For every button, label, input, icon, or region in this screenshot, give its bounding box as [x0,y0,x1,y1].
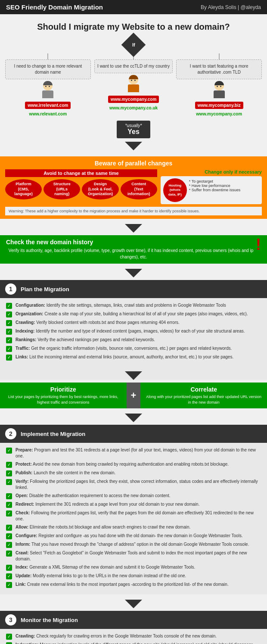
hosting-box: Hosting(whoisdata, IP) * To geotarget * … [161,176,262,204]
warning-title: Beware of parallel changes [5,160,262,167]
decision-tree: If I need to change to a more relevant d… [0,36,267,156]
plan-item-2: ✓ Organization: Create a site map of you… [6,311,261,317]
reason-left: I need to change to a more relevant doma… [5,53,91,117]
section2-checklist: ✓ Prepare: Program and test the 301 redi… [0,443,267,594]
domain-old-1: www.irrelevant.com [25,102,71,109]
arrow-down-2 [125,224,142,233]
impl-item-3: ✓ Publish: Launch the site content in th… [6,470,261,476]
section2-number: 2 [5,428,16,439]
hosting-badge: Hosting(whoisdata, IP) [163,178,187,202]
arrow-down-3 [125,269,142,277]
plan-item-5: ✓ Rankings: Verify the achieved rankings… [6,337,261,343]
domain-new-3: www.mycompany.com [196,112,242,116]
change-only-column: Change only if necessary Hosting(whoisda… [161,169,262,204]
impl-item-11: ✓ Crawl: Select "Fetch as Googlebot" in … [6,550,261,562]
arrow-down-4 [125,371,142,380]
prioritize-box: Prioritize List your pages by prioritizi… [0,383,127,408]
plan-item-6: ✓ Traffic: Get the organic traffic infor… [6,345,261,352]
arrow-down-5 [125,414,142,422]
impl-item-12: ✓ Index: Generate a XML Sitemap of the n… [6,564,261,571]
domain-new-2: www.mycompany.co.uk [109,106,158,110]
reason-box-1: I need to change to a more relevant doma… [5,59,91,79]
plan-item-4: ✓ Indexing: Identify the number and type… [6,328,261,335]
usually-yes-box: *usually* Yes [117,121,151,138]
page-title: SEO Friendly Domain Migration [6,3,103,11]
plus-sign: + [127,383,141,408]
hero-section: Should I migrate my Website to a new dom… [0,14,267,32]
domain-old-2: www.mycompany.com [108,96,159,103]
monitor-item-2: ✓ Indexation: Measure indexation levels … [6,642,261,644]
change-only-title: Change only if necessary [161,169,262,174]
prioritize-subtitle: List your pages by prioritizing them by … [5,394,121,405]
connector-v-left [47,53,48,59]
prioritize-title: Prioritize [5,386,121,393]
section1-header: 1 Plan the Migration [0,280,267,298]
domain-old-3: www.mycompany.biz [195,102,243,109]
plan-item-1: ✓ Configuration: Identify the site setti… [6,302,261,309]
reason-center: I want to use the ccTLD of my country ww… [91,53,177,111]
plan-item-3: ✓ Crawling: Verify blocked content with … [6,320,261,326]
avoid-items: Platform(CMS,language) Structure(URLsnam… [5,179,157,199]
if-label: If [132,42,135,47]
avoid-title: Avoid to change at the same time [5,169,157,177]
impl-item-9: ✓ Configure: Register and configure -as … [6,533,261,539]
arrow-down-6 [125,600,142,608]
character-3 [214,81,225,98]
domain-history-desc: Verify its authority, age, backlink prof… [6,247,261,260]
character-2 [128,75,139,92]
section1-title: Plan the Migration [21,286,69,292]
domain-new-1: www.relevant.com [29,112,67,116]
impl-item-10: ✓ Inform: That you have moved through th… [6,541,261,548]
domain-history-title: Check the new domain history [6,239,261,246]
monitor-item-1: ✓ Crawling: Check regularly for crawling… [6,633,261,640]
impl-item-2: ✓ Protect: Avoid the new domain from bei… [6,461,261,468]
usually-yes-section: *usually* Yes [3,121,264,138]
correlate-subtitle: Along with your prioritized pages list a… [146,394,262,405]
reason-box-2: I want to use the ccTLD of my country [94,59,173,73]
section2-header: 2 Implement the Migration [0,425,267,443]
avoid-item-2: Structure(URLsnaming) [43,179,80,199]
usually-label: *usually* [125,123,142,128]
character-1 [42,81,53,98]
section3-header: 3 Monitor the Migration [0,611,267,629]
hero-question: Should I migrate my Website to a new dom… [4,22,263,32]
section3-number: 3 [5,614,16,625]
avoid-column: Avoid to change at the same time Platfor… [5,169,157,204]
correlate-title: Correlate [146,386,262,393]
impl-item-1: ✓ Prepare: Program and test the 301 redi… [6,447,261,459]
yes-label: Yes [125,128,142,136]
section1-number: 1 [5,283,16,295]
header-author: By Aleyda Solis | @aleyda [201,4,261,10]
page-header: SEO Friendly Domain Migration By Aleyda … [0,0,267,14]
reasons-container: I need to change to a more relevant doma… [3,53,264,117]
exclamation-icon: ! [256,237,261,252]
warning-columns: Avoid to change at the same time Platfor… [5,169,262,204]
avoid-item-1: Platform(CMS,language) [5,179,42,199]
impl-item-14: ✓ Link: Create new external links to the… [6,582,261,588]
section3-checklist: ✓ Crawling: Check regularly for crawling… [0,629,267,644]
section2-title: Implement the Migration [21,431,85,437]
reason-right: I want to start featuring a more authori… [176,53,262,117]
domain-history-section: ! Check the new domain history Verify it… [0,235,267,264]
main-content: Should I migrate my Website to a new dom… [0,14,267,644]
impl-item-7: ✓ Check: Following the prioritized pages… [6,510,261,522]
correlate-box: Correlate Along with your prioritized pa… [140,383,267,408]
section1-checklist: ✓ Configuration: Identify the site setti… [0,298,267,367]
prio-correlate-bar: Prioritize List your pages by prioritizi… [0,383,267,408]
avoid-item-4: Content(Textinformation) [121,179,157,199]
warning-section: Beware of parallel changes Avoid to chan… [0,156,267,219]
if-diamond-container: If [3,36,264,53]
impl-item-4: ✓ Verify: Following the prioritized page… [6,479,261,491]
reason-box-3: I want to start featuring a more authori… [176,59,262,79]
impl-item-6: ✓ Redirect: Implement the 301 redirects … [6,501,261,508]
impl-item-13: ✓ Update: Modify external links to go to… [6,573,261,579]
impl-item-5: ✓ Open: Disable the authentication requi… [6,493,261,499]
avoid-item-3: Design(Look & Feel,Organization) [82,179,118,199]
warning-note: Warning: These add a higher complexity t… [5,207,262,215]
section3-title: Monitor the Migration [21,617,78,623]
impl-item-8: ✓ Allow: Eliminate the robots.txt blocka… [6,524,261,531]
plan-item-7: ✓ Links: List the incoming internal and … [6,354,261,361]
arrow-down-1 [125,142,142,150]
